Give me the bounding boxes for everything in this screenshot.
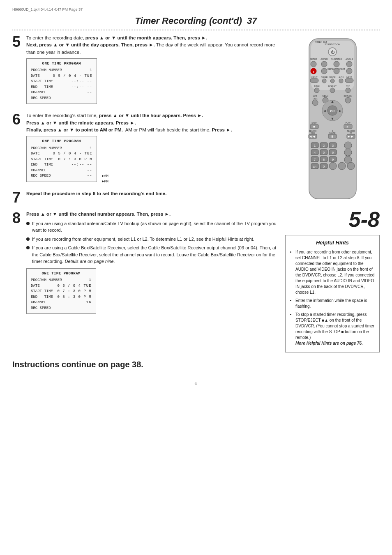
svg-point-11 — [334, 61, 339, 67]
am-label: ►AM — [102, 174, 108, 179]
svg-text:4: 4 — [314, 151, 316, 154]
svg-text:3: 3 — [332, 144, 334, 147]
hint-3: To stop a started timer recording, press… — [295, 312, 375, 346]
svg-text:●: ● — [312, 70, 314, 73]
svg-point-97 — [329, 162, 337, 170]
screen-8-title: ONE TIME PROGRAM — [31, 271, 92, 277]
bullet-text-1: If you are using a standard antenna/Cabl… — [32, 220, 279, 234]
svg-text:◄: ◄ — [323, 109, 326, 113]
svg-text:⏻: ⏻ — [330, 50, 334, 54]
page-footer: ⊕ — [0, 378, 392, 390]
screen-5-title: ONE TIME PROGRAM — [31, 61, 92, 67]
bullet-text-2: If you are recording from other equipmen… — [32, 236, 254, 243]
step-8-content: Press ▲ or ▼ until the channel number ap… — [26, 211, 279, 317]
svg-point-38 — [346, 88, 350, 93]
svg-text:CLEAR: CLEAR — [321, 76, 327, 78]
right-column-top: STANDBY·ON ⏻ SETUP AUDIO SUBTITLE ANGLE — [285, 35, 380, 230]
step-5-content: To enter the recording date, press ▲ or … — [26, 35, 279, 106]
step-7-text: Repeat the procedure in step 6 to set th… — [26, 190, 279, 197]
step-8-block: 8 Press ▲ or ▼ until the channel number … — [12, 211, 279, 317]
svg-text:7: 7 — [314, 158, 316, 161]
svg-text:TITLE: TITLE — [314, 85, 320, 88]
bullet-1: If you are using a standard antenna/Cabl… — [26, 220, 279, 234]
hint-1: If you are recording from other equipmen… — [295, 249, 375, 295]
step-8-text: Press ▲ or ▼ until the channel number ap… — [26, 211, 279, 218]
svg-text:9: 9 — [332, 158, 334, 161]
step-6-ampm: ►AM ►PM — [102, 174, 108, 184]
svg-point-34 — [314, 88, 319, 93]
hint-bold: More Helpful Hints are on page 76. — [295, 341, 363, 345]
svg-text:5: 5 — [323, 151, 325, 154]
svg-point-98 — [338, 162, 346, 170]
instructions-continue: Instructions continue on page 38. — [0, 357, 392, 378]
step-7-content: Repeat the procedure in step 6 to set th… — [26, 190, 279, 200]
svg-text:►►: ►► — [347, 135, 354, 138]
header-meta: H9660UD_1.qx4 04.4.14 4:47 PM Page 37 — [12, 7, 83, 12]
svg-text:AUDIO: AUDIO — [321, 58, 328, 60]
hints-list: If you are recording from other equipmen… — [290, 249, 375, 346]
hint-2: Enter the information while the space is… — [295, 298, 375, 309]
page-title: Timer Recording (cont'd) 37 — [135, 16, 257, 26]
helpful-hints-box: Helpful Hints If you are recording from … — [285, 235, 380, 352]
svg-text:RETURN: RETURN — [344, 95, 352, 97]
svg-point-29 — [339, 79, 343, 83]
svg-text:A CH: A CH — [339, 76, 344, 78]
svg-rect-32 — [345, 78, 353, 83]
right-column: STANDBY·ON ⏻ SETUP AUDIO SUBTITLE ANGLE — [285, 35, 380, 352]
svg-point-36 — [330, 88, 335, 93]
svg-text:ANGLE: ANGLE — [345, 58, 353, 60]
step-5-screen: ONE TIME PROGRAM PROGRAM NUMBER 1 DATE 0… — [26, 58, 97, 104]
bullet-dot-1 — [26, 222, 30, 225]
svg-text:MODE: MODE — [329, 76, 336, 78]
svg-text:SUBTITLE: SUBTITLE — [331, 58, 342, 60]
step-6-content: To enter the recording's start time, pre… — [26, 112, 279, 184]
svg-text:PAUSE: PAUSE — [329, 132, 335, 134]
svg-point-10 — [321, 61, 327, 67]
step-6-screen: ONE TIME PROGRAM PROGRAM NUMBER 1 DATE 0… — [26, 136, 97, 182]
svg-text:0: 0 — [323, 165, 325, 168]
remote-container: STANDBY·ON ⏻ SETUP AUDIO SUBTITLE ANGLE — [303, 35, 362, 207]
svg-point-77 — [344, 142, 352, 149]
svg-text:1: 1 — [314, 144, 316, 147]
bullet-2: If you are recording from other equipmen… — [26, 236, 279, 243]
svg-point-25 — [322, 79, 326, 83]
svg-point-9 — [311, 61, 316, 67]
step-8-bullets: If you are using a standard antenna/Cabl… — [26, 220, 279, 265]
svg-point-12 — [346, 61, 352, 67]
bullet-dot-2 — [26, 237, 30, 241]
svg-text:SETUP: SETUP — [309, 58, 317, 60]
step-8-number: 8 — [12, 211, 23, 226]
svg-text:DISPLAY: DISPLAY — [328, 85, 337, 88]
svg-text:►: ► — [346, 125, 349, 128]
step-6-block: 6 To enter the recording's start time, p… — [12, 112, 279, 184]
step-6-screen-wrapper: ONE TIME PROGRAM PROGRAM NUMBER 1 DATE 0… — [26, 136, 279, 184]
svg-text:2: 2 — [323, 144, 325, 147]
svg-text:OK: OK — [330, 109, 335, 113]
hint-2-text: Enter the information while the space is… — [295, 298, 367, 309]
step-8-screen: ONE TIME PROGRAM PROGRAM NUMBER 1 DATE 0… — [26, 268, 96, 314]
svg-text:MENU: MENU — [322, 95, 328, 97]
step-5-block: 5 To enter the recording date, press ▲ o… — [12, 35, 279, 106]
page-title-area: Timer Recording (cont'd) 37 — [0, 12, 392, 28]
svg-point-18 — [334, 68, 339, 74]
left-column: 5 To enter the recording date, press ▲ o… — [12, 35, 279, 352]
svg-text:STOP: STOP — [311, 122, 317, 124]
svg-text:8: 8 — [323, 158, 325, 161]
svg-text:DISC: DISC — [313, 97, 318, 100]
bullet-text-3: If you are using a Cable Box/Satellite R… — [32, 244, 279, 265]
svg-point-20 — [346, 68, 352, 74]
svg-text:TIMER SET: TIMER SET — [315, 41, 327, 43]
svg-text:6: 6 — [332, 151, 334, 154]
page-header: H9660UD_1.qx4 04.4.14 4:47 PM Page 37 — [0, 0, 392, 12]
hints-title: Helpful Hints — [290, 239, 375, 247]
svg-text:DVD: DVD — [346, 85, 350, 88]
svg-point-15 — [321, 68, 327, 74]
bullet-dot-3 — [26, 246, 30, 249]
step-7-number: 7 — [12, 190, 23, 205]
svg-text:■: ■ — [313, 125, 314, 128]
svg-text:REW: REW — [310, 132, 315, 134]
svg-point-45 — [345, 97, 351, 103]
step-range-badge: 5-8 — [349, 209, 380, 230]
svg-text:FF: FF — [350, 132, 352, 134]
step-5-number: 5 — [12, 35, 23, 49]
